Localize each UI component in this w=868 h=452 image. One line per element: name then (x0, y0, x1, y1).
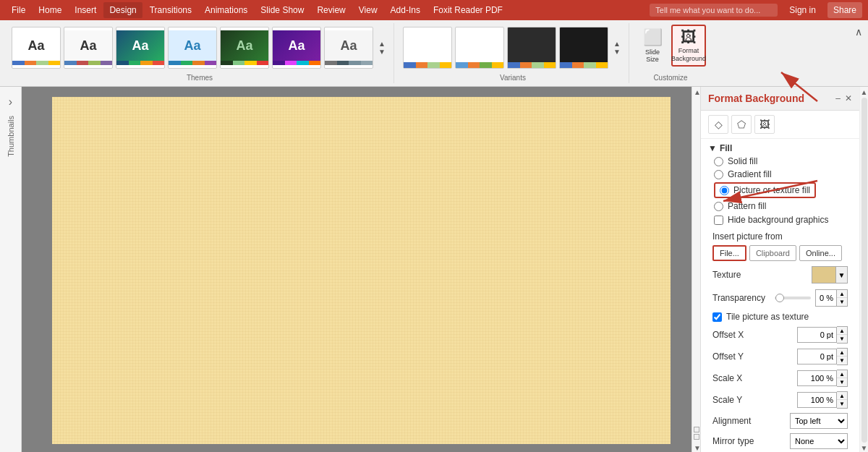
variant-2[interactable] (455, 27, 504, 69)
panel-minimize-btn[interactable]: – (835, 93, 841, 103)
offset-x-spinner[interactable]: ▲ ▼ (837, 326, 848, 344)
mirror-type-select[interactable]: None Horizontal Vertical Both (790, 433, 848, 449)
slide-canvas (52, 97, 671, 444)
picture-fill-radio[interactable] (720, 186, 729, 195)
texture-dropdown-icon[interactable]: ▼ (835, 267, 847, 283)
image-icon-btn[interactable]: 🖼 (754, 115, 775, 134)
menu-addins[interactable]: Add-Ins (385, 2, 426, 18)
menu-review[interactable]: Review (311, 2, 351, 18)
format-background-panel: Format Background – ✕ ◇ ⬠ 🖼 ▼ Fill S (700, 87, 859, 452)
variant-1[interactable] (403, 27, 452, 69)
pattern-fill-radio[interactable] (714, 202, 723, 211)
variant-3[interactable] (507, 27, 556, 69)
offset-y-up[interactable]: ▲ (837, 349, 847, 357)
offset-x-input[interactable] (797, 327, 837, 343)
scroll-down-btn[interactable]: ▼ (692, 443, 700, 452)
offset-y-down[interactable]: ▼ (837, 357, 847, 364)
hide-background-checkbox[interactable] (714, 216, 723, 225)
menu-view[interactable]: View (353, 2, 383, 18)
scroll-ctrl-2[interactable] (694, 434, 699, 440)
panel-scrollbar[interactable]: ▲ ▼ (859, 87, 868, 452)
menu-file[interactable]: File (6, 2, 31, 18)
solid-fill-label: Solid fill (728, 156, 757, 166)
menu-foxit[interactable]: Foxit Reader PDF (427, 2, 509, 18)
solid-fill-radio[interactable] (714, 157, 723, 166)
pattern-fill-label: Pattern fill (728, 201, 766, 211)
sign-in-button[interactable]: Sign in (783, 2, 822, 18)
ribbon-collapse[interactable]: ∧ (855, 23, 862, 83)
search-box[interactable]: Tell me what you want to do... (650, 4, 778, 17)
vertical-scrollbar[interactable]: ▲ ▼ (692, 87, 700, 452)
customize-buttons: ⬜ Slide Size 🖼 Format Background (635, 25, 706, 67)
menu-slideshow[interactable]: Slide Show (255, 2, 310, 18)
format-background-button[interactable]: 🖼 Format Background (671, 25, 706, 67)
picture-fill-label: Picture or texture fill (733, 185, 810, 195)
trans-down-btn[interactable]: ▼ (837, 298, 847, 306)
pattern-fill-option[interactable]: Pattern fill (701, 200, 859, 213)
theme-4[interactable]: Aa (168, 27, 217, 69)
effect-icon-btn[interactable]: ⬠ (731, 115, 752, 134)
transparency-slider[interactable] (775, 297, 811, 299)
customize-label: Customize (653, 74, 687, 82)
hide-background-row[interactable]: Hide background graphics (701, 213, 859, 227)
scale-y-up[interactable]: ▲ (837, 392, 847, 400)
scale-x-down[interactable]: ▼ (837, 378, 847, 386)
texture-row: Texture ▼ (701, 263, 859, 286)
online-button[interactable]: Online... (799, 245, 842, 261)
variants-label: Variants (500, 72, 526, 83)
scale-y-down[interactable]: ▼ (837, 400, 847, 408)
file-button[interactable]: File... (712, 245, 746, 261)
alignment-select[interactable]: Top left (790, 413, 848, 429)
transparency-spinner[interactable]: ▲ ▼ (836, 290, 847, 306)
scale-y-field: ▲ ▼ (797, 391, 848, 409)
theme-6[interactable]: Aa (272, 27, 321, 69)
texture-selector[interactable]: ▼ (812, 266, 848, 283)
trans-up-btn[interactable]: ▲ (837, 290, 847, 298)
gradient-fill-radio[interactable] (714, 170, 723, 179)
variant-4[interactable] (559, 27, 608, 69)
tile-row[interactable]: Tile picture as texture (701, 310, 859, 324)
scale-y-input[interactable] (797, 392, 837, 408)
ribbon-content: Aa Aa Aa Aa Aa (0, 20, 868, 87)
offset-y-row: Offset Y ▲ ▼ (701, 346, 859, 367)
slide-size-button[interactable]: ⬜ Slide Size (635, 25, 670, 67)
panel-header: Format Background – ✕ (701, 87, 859, 111)
scale-x-input[interactable] (797, 370, 837, 386)
scroll-up-btn[interactable]: ▲ (692, 87, 700, 98)
thumbnails-collapse[interactable]: › (9, 95, 12, 108)
panel-close-btn[interactable]: ✕ (845, 93, 852, 103)
panel-scroll-down[interactable]: ▼ (861, 444, 868, 452)
fill-icon-btn[interactable]: ◇ (708, 115, 728, 134)
variants-dropdown[interactable]: ▲ ▼ (611, 40, 623, 56)
theme-3[interactable]: Aa (116, 27, 165, 69)
tile-checkbox[interactable] (712, 312, 722, 322)
theme-default[interactable]: Aa (12, 27, 61, 69)
share-button[interactable]: Share (827, 2, 862, 18)
picture-fill-option[interactable]: Picture or texture fill (701, 181, 859, 200)
offset-y-spinner[interactable]: ▲ ▼ (837, 348, 848, 365)
scale-x-spinner[interactable]: ▲ ▼ (837, 370, 848, 387)
transparency-thumb (775, 294, 784, 302)
menu-home[interactable]: Home (33, 2, 67, 18)
theme-7[interactable]: Aa (324, 27, 373, 69)
scale-x-up[interactable]: ▲ (837, 370, 847, 378)
offset-y-input[interactable] (797, 349, 837, 364)
theme-5[interactable]: Aa (220, 27, 269, 69)
menu-design[interactable]: Design (103, 2, 142, 18)
menu-transitions[interactable]: Transitions (144, 2, 197, 18)
scroll-ctrl-1[interactable] (694, 427, 699, 432)
fill-section-header[interactable]: ▼ Fill (701, 139, 859, 155)
clipboard-button[interactable]: Clipboard (749, 245, 796, 261)
offset-x-up[interactable]: ▲ (837, 327, 847, 335)
theme-2[interactable]: Aa (64, 27, 113, 69)
themes-label: Themes (187, 72, 213, 83)
menu-insert[interactable]: Insert (69, 2, 102, 18)
menu-animations[interactable]: Animations (199, 2, 253, 18)
gradient-fill-option[interactable]: Gradient fill (701, 168, 859, 181)
solid-fill-option[interactable]: Solid fill (701, 155, 859, 168)
themes-dropdown[interactable]: ▲ ▼ (376, 40, 388, 56)
panel-scroll-up[interactable]: ▲ (861, 88, 868, 96)
scale-y-spinner[interactable]: ▲ ▼ (837, 391, 848, 409)
offset-x-down[interactable]: ▼ (837, 335, 847, 343)
customize-group: ⬜ Slide Size 🖼 Format Background Customi… (632, 23, 709, 83)
